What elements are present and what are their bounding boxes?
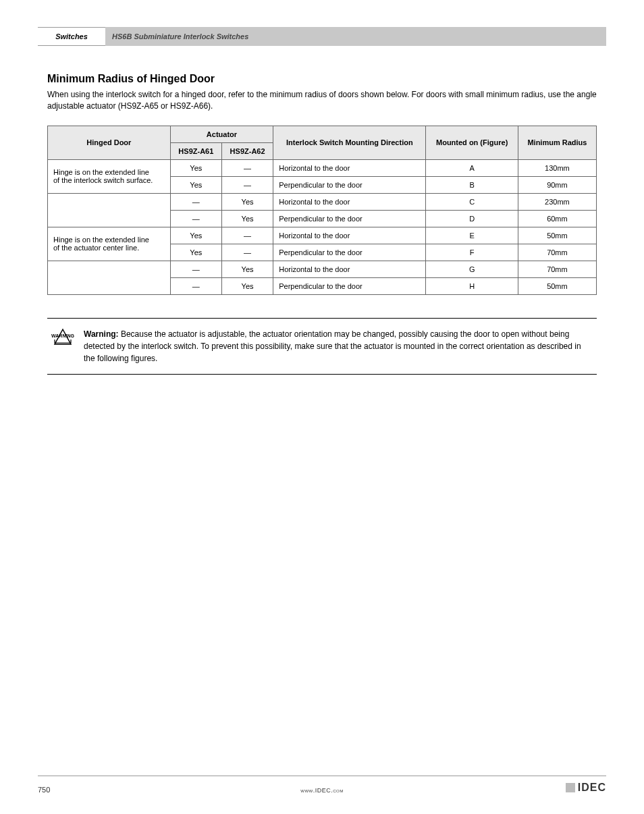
section-body: When using the interlock switch for a hi… <box>47 89 597 112</box>
cell-mounting: Horizontal to the door <box>273 159 426 176</box>
table-row: — Yes Horizontal to the door G 70mm <box>48 261 597 277</box>
cell-b: Yes <box>221 261 273 277</box>
cell-mounting: Perpendicular to the door <box>273 244 426 261</box>
header-tab: Switches <box>38 27 105 46</box>
th-mounting: Interlock Switch Mounting Direction <box>273 126 426 159</box>
cell-a: — <box>170 277 221 294</box>
cell-radius: 230mm <box>518 193 596 210</box>
page-footer: 750 www.IDEC.com IDEC <box>38 776 606 794</box>
cell-radius: 50mm <box>518 277 596 294</box>
cell-door: Hinge is on the extended lineof the actu… <box>48 227 171 261</box>
cell-a: — <box>170 261 221 277</box>
warning-body: Because the actuator is adjustable, the … <box>84 329 581 363</box>
cell-door <box>48 261 171 294</box>
header-bar: Switches HS6B Subminiature Interlock Swi… <box>38 27 606 46</box>
cell-a: Yes <box>170 176 221 193</box>
cell-a: Yes <box>170 244 221 261</box>
cell-b: Yes <box>221 193 273 210</box>
table-row: — Yes Horizontal to the door C 230mm <box>48 193 597 210</box>
cell-mounting: Horizontal to the door <box>273 227 426 244</box>
warning-icon: WARNING <box>51 328 74 344</box>
table-row: Hinge is on the extended lineof the actu… <box>48 227 597 244</box>
section-title: Minimum Radius of Hinged Door <box>47 73 597 85</box>
cell-mounted: C <box>426 193 518 210</box>
warning-label: Warning: <box>84 329 119 339</box>
warning-box: WARNING Warning: Because the actuator is… <box>47 318 597 375</box>
cell-radius: 130mm <box>518 159 596 176</box>
warning-text: Warning: Because the actuator is adjusta… <box>84 328 593 364</box>
cell-b: — <box>221 159 273 176</box>
footer-url: www.IDEC.com <box>300 787 344 794</box>
th-door: Hinged Door <box>48 126 171 159</box>
cell-b: — <box>221 227 273 244</box>
header-strip: HS6B Subminiature Interlock Switches <box>105 27 606 46</box>
th-actuator: Actuator <box>170 126 273 142</box>
th-actuator-a: HS9Z-A61 <box>170 142 221 159</box>
cell-door <box>48 193 171 227</box>
cell-b: — <box>221 176 273 193</box>
cell-mounted: G <box>426 261 518 277</box>
cell-mounting: Horizontal to the door <box>273 261 426 277</box>
table-row: Hinge is on the extended lineof the inte… <box>48 159 597 176</box>
cell-a: — <box>170 193 221 210</box>
cell-mounting: Perpendicular to the door <box>273 176 426 193</box>
cell-b: — <box>221 244 273 261</box>
cell-radius: 70mm <box>518 261 596 277</box>
idec-logo: IDEC <box>566 782 606 794</box>
cell-a: Yes <box>170 227 221 244</box>
logo-box-icon <box>566 783 575 792</box>
logo-text: IDEC <box>578 782 606 794</box>
cell-door: Hinge is on the extended lineof the inte… <box>48 159 171 193</box>
cell-mounted: F <box>426 244 518 261</box>
page-number: 750 <box>38 786 50 794</box>
cell-radius: 70mm <box>518 244 596 261</box>
cell-b: Yes <box>221 210 273 227</box>
th-radius: Minimum Radius <box>518 126 596 159</box>
cell-mounting: Perpendicular to the door <box>273 210 426 227</box>
cell-a: Yes <box>170 159 221 176</box>
th-actuator-b: HS9Z-A62 <box>221 142 273 159</box>
cell-radius: 50mm <box>518 227 596 244</box>
cell-mounting: Horizontal to the door <box>273 193 426 210</box>
cell-mounted: E <box>426 227 518 244</box>
cell-radius: 90mm <box>518 176 596 193</box>
cell-radius: 60mm <box>518 210 596 227</box>
cell-mounting: Perpendicular to the door <box>273 277 426 294</box>
spec-table: Hinged Door Actuator Interlock Switch Mo… <box>47 126 597 295</box>
cell-a: — <box>170 210 221 227</box>
cell-mounted: A <box>426 159 518 176</box>
cell-mounted: B <box>426 176 518 193</box>
cell-b: Yes <box>221 277 273 294</box>
th-mounted: Mounted on (Figure) <box>426 126 518 159</box>
cell-mounted: D <box>426 210 518 227</box>
cell-mounted: H <box>426 277 518 294</box>
